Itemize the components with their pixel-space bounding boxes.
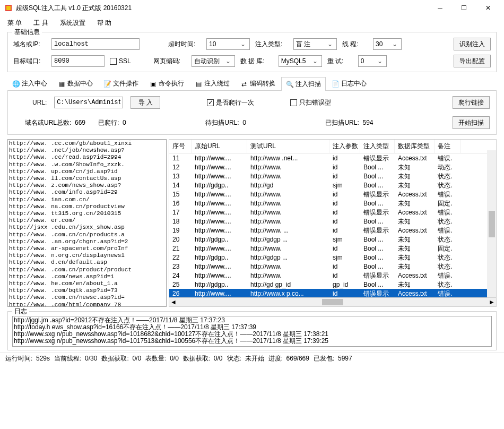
url-list[interactable]: http://www. .cc.com/gb/about1_xinxihttp:… bbox=[7, 139, 167, 307]
menu-item[interactable]: 帮 助 bbox=[97, 19, 111, 28]
log-text[interactable]: http://jggl.jm .asp?id=20912不存在注入点！——201… bbox=[12, 316, 492, 347]
url-item[interactable]: http://www. .cc.com/gb/about1_xinxi bbox=[9, 140, 165, 147]
domain-input[interactable] bbox=[51, 38, 140, 50]
tab-grid[interactable]: ▦数据中心 bbox=[53, 76, 98, 90]
tab-filter[interactable]: ▤注入绕过 bbox=[190, 76, 234, 90]
url-item[interactable]: http://www. ar-spacenet.com/proInf bbox=[9, 245, 165, 252]
threads-select[interactable]: 30⌄ bbox=[373, 38, 402, 50]
table-row[interactable]: 22http://gdgp..http://gdgp ...sjmBool ..… bbox=[169, 253, 496, 262]
url-item[interactable]: http://www. ian.com.cn/ bbox=[9, 196, 165, 203]
encoding-select[interactable]: 自动识别⌄ bbox=[192, 55, 235, 67]
cell-param: id bbox=[329, 289, 360, 297]
url-item[interactable]: http://www. .com.cn/newsc.asp?id= bbox=[9, 294, 165, 301]
export-config-button[interactable]: 导出配置 bbox=[454, 55, 491, 67]
minimize-button[interactable]: ─ bbox=[428, 0, 452, 16]
url-item[interactable]: http://www. z.com/news_show.asp? bbox=[9, 182, 165, 189]
cell-seq: 21 bbox=[169, 244, 192, 252]
cell-seq: 19 bbox=[169, 226, 192, 234]
start-scan-button[interactable]: 开始扫描 bbox=[453, 116, 490, 129]
cell-dtype: Access.txt bbox=[395, 190, 435, 198]
url-input[interactable] bbox=[54, 97, 123, 108]
url-item[interactable]: http://www. up.com/cn/jd.asp?id bbox=[9, 168, 165, 175]
tab-globe[interactable]: 🌐注入中心 bbox=[7, 76, 52, 90]
table-row[interactable]: 16http://www....http://www. idBool ...未知… bbox=[169, 199, 496, 208]
cell-ourl: http://www.... bbox=[192, 163, 247, 171]
url-item[interactable]: http://www. er.com/ bbox=[9, 217, 165, 224]
table-row[interactable]: 24http://www....http://www. id错误显示Access… bbox=[169, 271, 496, 280]
tab-swap[interactable]: ⇄编码转换 bbox=[236, 76, 280, 90]
crawl-once-checkbox[interactable]: ✓是否爬行一次 bbox=[207, 98, 254, 107]
menubar: 菜 单 工 具 系统设置 帮 助 bbox=[0, 16, 504, 30]
inject-type-select[interactable]: 盲 注⌄ bbox=[293, 38, 337, 50]
url-item[interactable]: http://www. d.cn/default.asp bbox=[9, 259, 165, 266]
menu-item[interactable]: 工 具 bbox=[33, 19, 48, 28]
import-button[interactable]: 导 入 bbox=[131, 96, 160, 109]
tab-search[interactable]: 🔍注入扫描 bbox=[281, 77, 326, 91]
cell-itype: Bool ... bbox=[360, 262, 395, 270]
column-header[interactable]: 注入参数 bbox=[329, 140, 360, 153]
scan-panel: URL: 导 入 ✓是否爬行一次 只扫错误型 爬行链接 域名或URL总数: 66… bbox=[7, 91, 497, 135]
table-row[interactable]: 25http://gdgp..http://gd gp_idgp_idBool … bbox=[169, 280, 496, 289]
table-row[interactable]: 17http://www....http://www. id错误显示Access… bbox=[169, 208, 496, 217]
db-select[interactable]: MySQL5⌄ bbox=[279, 55, 322, 67]
table-row[interactable]: 21http://www....http://www. idBool ...未知… bbox=[169, 244, 496, 253]
url-item[interactable]: http://www. .com/news.asp?id=1 bbox=[9, 273, 165, 280]
url-item[interactable]: http://www. tt315.org.cn/2010315 bbox=[9, 210, 165, 217]
column-header[interactable]: 备注 bbox=[435, 140, 461, 153]
url-item[interactable]: http://www. .net/job/newshow.asp? bbox=[9, 147, 165, 154]
url-item[interactable]: http://www. n.org.cn/displaynews1 bbox=[9, 252, 165, 259]
cell-turl: http://gdgp ... bbox=[247, 235, 329, 243]
tab-label: 注入绕过 bbox=[204, 79, 230, 88]
column-header[interactable]: 测试URL bbox=[247, 140, 329, 153]
table-row[interactable]: 15http://www....http://www. id错误显示Access… bbox=[169, 190, 496, 199]
only-error-checkbox[interactable]: 只扫错误型 bbox=[290, 98, 331, 107]
cell-seq: 24 bbox=[169, 271, 192, 279]
vertical-scrollbar[interactable] bbox=[487, 150, 496, 297]
column-header[interactable]: 数据库类型 bbox=[395, 140, 435, 153]
cell-note: 状态. bbox=[435, 181, 461, 189]
maximize-button[interactable]: ☐ bbox=[452, 0, 476, 16]
ssl-checkbox[interactable]: SSL bbox=[110, 57, 131, 65]
url-item[interactable]: http://www. .com.cn/cn/products.a bbox=[9, 231, 165, 238]
url-item[interactable]: http://www. na.com.cn/productview bbox=[9, 203, 165, 210]
url-item[interactable]: http://www. .cc/read.asp?id=2994 bbox=[9, 154, 165, 161]
table-row[interactable]: 26http://www....http://www.x p.co...id错误… bbox=[169, 289, 496, 297]
detect-inject-button[interactable]: 识别注入 bbox=[454, 38, 491, 50]
horizontal-scrollbar[interactable]: ◄► bbox=[169, 297, 496, 306]
menu-item[interactable]: 系统设置 bbox=[60, 19, 85, 28]
url-item[interactable]: http://www. .com/info.asp?id=29 bbox=[9, 189, 165, 196]
menu-item[interactable]: 菜 单 bbox=[7, 19, 22, 28]
crawl-button[interactable]: 爬行链接 bbox=[453, 96, 490, 109]
table-row[interactable]: 14http://gdgp..http://gd sjmBool ...未知状态… bbox=[169, 181, 496, 190]
url-item[interactable]: http://www. .w.com/ShowInfo_zxzk. bbox=[9, 161, 165, 168]
column-header[interactable]: 注入类型 bbox=[360, 140, 395, 153]
column-header[interactable]: 序号 bbox=[169, 140, 192, 153]
retry-select[interactable]: 0⌄ bbox=[358, 55, 387, 67]
close-button[interactable]: ✕ bbox=[476, 0, 500, 16]
url-item[interactable]: http://www. .com/html/company_78 bbox=[9, 302, 165, 307]
url-item[interactable]: http://www. ll.com/contactUs.asp bbox=[9, 175, 165, 182]
table-row[interactable]: 18http://www....http://www. idBool ...未知… bbox=[169, 217, 496, 226]
cell-turl: http://gd gp_id bbox=[247, 280, 329, 288]
url-item[interactable]: http://jsxx .edu.cn/jsxx_show.asp bbox=[9, 224, 165, 231]
port-input[interactable] bbox=[51, 55, 105, 67]
table-row[interactable]: 13http://www....http://www. idBool ...未知… bbox=[169, 171, 496, 181]
table-row[interactable]: 23http://www....http://www. idBool ...未知… bbox=[169, 262, 496, 271]
url-item[interactable]: http://www. .com.cn/product/product bbox=[9, 267, 165, 273]
table-row[interactable]: 11http://www....http://www .net...id错误显示… bbox=[169, 153, 496, 162]
url-item[interactable]: http://www. he.com/en/about_1.a bbox=[9, 280, 165, 287]
tab-file[interactable]: 📝文件操作 bbox=[99, 76, 143, 90]
check-icon: ✓ bbox=[207, 99, 214, 106]
table-row[interactable]: 12http://www....http://www. idBool ...未知… bbox=[169, 162, 496, 171]
tab-label: 文件操作 bbox=[113, 79, 138, 88]
tab-term[interactable]: ▣命令执行 bbox=[144, 76, 189, 90]
encoding-label: 网页编码: bbox=[153, 57, 186, 66]
url-item[interactable]: http://www. .com/bqtk.asp?id=73 bbox=[9, 287, 165, 294]
column-header[interactable]: 原始URL bbox=[192, 140, 247, 153]
tab-log[interactable]: 📄日志中心 bbox=[327, 76, 371, 90]
table-row[interactable]: 20http://gdgp..http://gdgp ...sjmBool ..… bbox=[169, 235, 496, 244]
timeout-select[interactable]: 10⌄ bbox=[206, 38, 250, 50]
threads-label: 线 程: bbox=[342, 40, 368, 49]
table-row[interactable]: 19http://www....http://www. ...id错误显示Acc… bbox=[169, 226, 496, 235]
url-item[interactable]: http://www. .an.org/chgnr.asp?id=2 bbox=[9, 238, 165, 245]
